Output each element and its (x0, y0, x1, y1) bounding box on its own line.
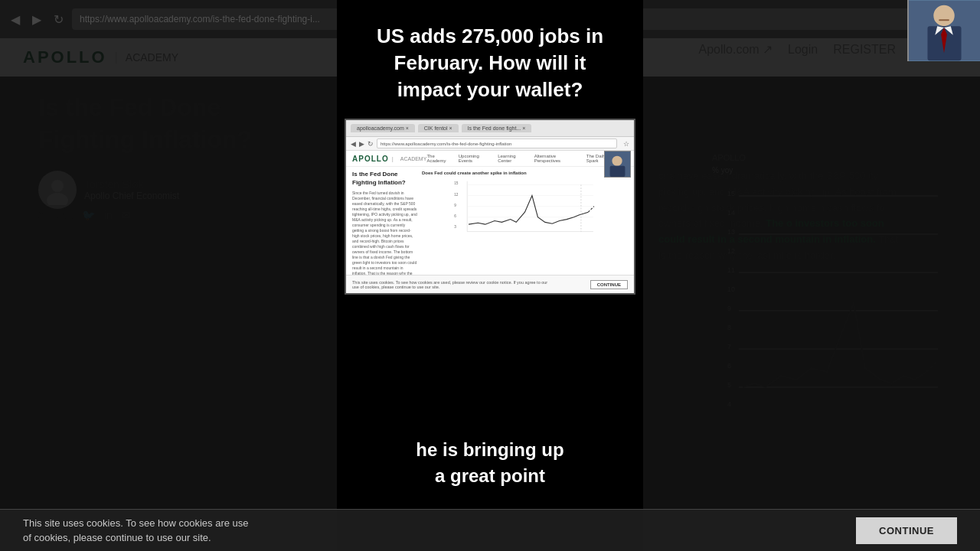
svg-text:15: 15 (727, 190, 735, 197)
share-row-bg: SHARE 🐦 in ✉ (38, 209, 306, 221)
svg-text:11: 11 (727, 266, 735, 274)
nav-apollo-link-bg: Apollo.com ↗ (698, 42, 773, 57)
mini-tab-1: apolloacademy.com × (351, 124, 415, 132)
mini-refresh-icon: ↻ (368, 140, 374, 148)
mini-nav-bar: ◀ ▶ ↻ https://www.apolloacademy.com/is-t… (346, 137, 634, 151)
mini-star-icon: ☆ (623, 140, 629, 148)
author-title-bg: Apollo Chief Economist (84, 191, 179, 201)
author-name-bg: Torsten Sløk (84, 178, 179, 191)
video-headline: US adds 275,000 jobs in February. How wi… (337, 0, 643, 119)
nav-login-bg: Login (788, 43, 818, 57)
browser-nav-icons: ◀ ▶ ↻ (8, 11, 66, 27)
mini-logo-sep: | (392, 155, 394, 162)
share-label-bg: SHARE (38, 210, 73, 221)
author-section-bg: Torsten Sløk Apollo Chief Economist (38, 171, 306, 209)
person-thumbnail (907, 0, 980, 61)
svg-text:5: 5 (727, 381, 731, 389)
article-title-bg: Is the Fed Done Fighting Inflation? (38, 92, 306, 155)
chart-label-bg: APOLLO (712, 153, 942, 162)
logo-area-bg: APOLLO | ACADEMY (23, 47, 178, 67)
back-button[interactable]: ◀ (8, 11, 23, 27)
twitter-icon-bg: 🐦 (82, 209, 95, 221)
mini-nav-links: The Academy Upcoming Events Learning Cen… (426, 154, 628, 163)
mini-nav-alt: Alternative Perspectives (534, 154, 582, 163)
mini-person-thumb (604, 151, 631, 178)
mini-continue-button[interactable]: CONTINUE (590, 280, 628, 289)
chart-yaxis-label-bg: % yoy (712, 166, 942, 174)
mini-chart-title: Does Fed could create another spike in i… (422, 171, 628, 175)
cookie-bar-overlay: This site uses cookies. To see how cooki… (0, 509, 980, 551)
svg-rect-41 (610, 166, 626, 177)
mini-url: https://www.apolloacademy.com/is-the-fed… (381, 142, 511, 146)
svg-text:15: 15 (454, 182, 459, 186)
academy-label-bg: ACADEMY (126, 51, 178, 64)
forward-button[interactable]: ▶ (29, 11, 44, 27)
mini-address-bar: https://www.apolloacademy.com/is-the-fed… (377, 139, 617, 148)
mini-forward-icon: ▶ (359, 140, 364, 148)
video-caption: he is bringing up a great point (400, 422, 579, 504)
svg-text:12: 12 (454, 193, 459, 197)
logo-divider-bg: | (115, 51, 118, 64)
svg-text:10: 10 (727, 285, 735, 293)
svg-text:6: 6 (727, 362, 731, 370)
mini-article-body: Since the Fed turned dovish in December,… (352, 191, 417, 282)
refresh-button[interactable]: ↻ (51, 11, 66, 27)
mini-tab-3: Is the Fed done fight... × (462, 124, 532, 132)
article-bg: Is the Fed Done Fighting Inflation? Tors… (38, 92, 306, 221)
mini-academy-label: ACADEMY (400, 156, 427, 161)
svg-text:7: 7 (727, 343, 731, 350)
svg-rect-26 (939, 19, 949, 21)
mini-apollo-logo: APOLLO (352, 155, 389, 163)
mini-browser-chrome: apolloacademy.com × CIK fentol × Is the … (346, 120, 634, 137)
mini-back-icon: ◀ (351, 140, 356, 148)
mini-cookie-text: This site uses cookies. To see how cooki… (352, 280, 551, 289)
caption-line1: he is bringing up (416, 439, 564, 460)
mini-tab-2: CIK fentol × (418, 124, 459, 132)
mini-article-title: Is the Fed Done Fighting Inflation? (352, 171, 417, 187)
mini-logo-area: APOLLO | ACADEMY (352, 155, 426, 163)
svg-point-1 (47, 193, 68, 205)
nav-right-bg: Apollo.com ↗ Login REGISTER (698, 42, 896, 57)
mini-chart-svg: 15 12 9 6 3 (422, 178, 628, 239)
cookie-bar-text: This site uses cookies. To see how cooki… (23, 516, 249, 546)
video-top-section: US adds 275,000 jobs in February. How wi… (337, 0, 643, 375)
continue-button[interactable]: CONTINUE (856, 517, 957, 544)
svg-text:9: 9 (727, 305, 731, 312)
svg-text:6: 6 (454, 214, 456, 218)
website-screenshot: apolloacademy.com × CIK fentol × Is the … (345, 119, 635, 295)
mini-nav-events: Upcoming Events (459, 154, 493, 163)
svg-text:8: 8 (727, 324, 731, 331)
svg-point-0 (51, 180, 64, 192)
nav-register-bg: REGISTER (833, 43, 896, 57)
apollo-logo-bg: APOLLO (23, 47, 107, 67)
person-silhouette (909, 0, 980, 61)
svg-text:3: 3 (454, 225, 456, 229)
svg-text:13: 13 (727, 228, 735, 236)
svg-text:9: 9 (454, 204, 456, 207)
svg-text:4: 4 (727, 400, 731, 408)
cookie-text-line1: This site uses cookies. To see how cooki… (23, 517, 249, 529)
linkedin-icon-bg: in (104, 209, 113, 221)
svg-point-40 (612, 156, 622, 166)
email-icon-bg: ✉ (122, 209, 131, 221)
author-info-bg: Torsten Sløk Apollo Chief Economist (84, 178, 179, 201)
mini-site-header: APOLLO | ACADEMY The Academy Upcoming Ev… (346, 151, 634, 167)
mini-cookie-bar: This site uses cookies. To see how cooki… (346, 275, 634, 293)
cookie-text-line2: of cookies, please continue to use our s… (23, 532, 211, 543)
mini-nav-theacademy: The Academy (426, 154, 453, 163)
url-text: https://www.apolloacademy.com/is-the-fed… (80, 14, 320, 24)
svg-text:12: 12 (727, 247, 735, 255)
svg-point-21 (933, 5, 954, 26)
chart-svg-bg: 15 14 13 12 11 10 9 8 7 6 5 4 (712, 181, 942, 448)
mini-nav-learning: Learning Center (498, 154, 530, 163)
video-panel: US adds 275,000 jobs in February. How wi… (337, 0, 643, 551)
chart-bg: APOLLO % yoy 15 14 13 12 11 10 9 8 7 6 5… (712, 153, 942, 459)
caption-line2: a great point (435, 465, 545, 486)
svg-text:14: 14 (727, 209, 735, 217)
author-avatar-bg (38, 171, 77, 209)
